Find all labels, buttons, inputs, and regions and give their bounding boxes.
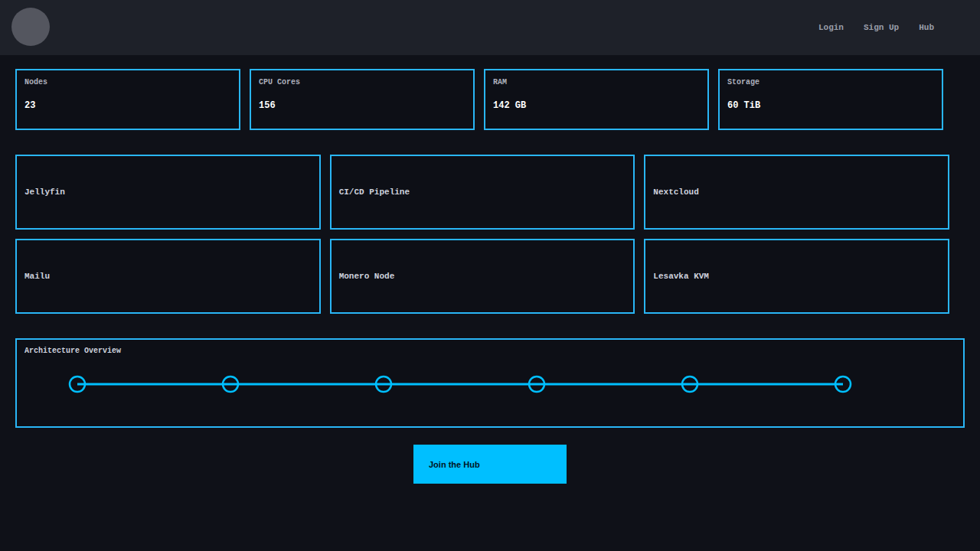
service-card-nextcloud[interactable]: Nextcloud	[644, 155, 949, 230]
service-card-monero-node[interactable]: Monero Node	[330, 239, 635, 314]
service-name: Mailu	[24, 272, 50, 281]
service-name: Jellyfin	[24, 187, 65, 197]
services-grid: Jellyfin CI/CD Pipeline Nextcloud Mailu …	[15, 155, 949, 314]
stat-label: CPU Cores	[259, 78, 466, 86]
stat-value: 156	[259, 100, 466, 111]
service-card-mailu[interactable]: Mailu	[15, 239, 321, 314]
avatar[interactable]	[11, 8, 50, 46]
main-nav: Login Sign Up Hub	[818, 0, 934, 55]
top-bar: Login Sign Up Hub	[0, 0, 980, 55]
stats-row: Nodes 23 CPU Cores 156 RAM 142 GB Storag…	[15, 69, 943, 130]
join-hub-label: Join the Hub	[429, 460, 480, 469]
architecture-overview-card: Architecture Overview	[15, 338, 965, 428]
nav-hub-link[interactable]: Hub	[919, 23, 934, 32]
nav-login-link[interactable]: Login	[818, 23, 844, 32]
stat-card-nodes: Nodes 23	[15, 69, 240, 130]
stat-label: Nodes	[24, 78, 231, 86]
service-card-lesavka-kvm[interactable]: Lesavka KVM	[644, 239, 949, 314]
service-card-jellyfin[interactable]: Jellyfin	[15, 155, 321, 230]
service-card-cicd-pipeline[interactable]: CI/CD Pipeline	[330, 155, 635, 230]
service-name: Lesavka KVM	[653, 272, 709, 281]
service-name: Monero Node	[339, 272, 395, 281]
stat-label: Storage	[727, 78, 934, 86]
architecture-diagram	[17, 340, 963, 426]
nav-signup-link[interactable]: Sign Up	[864, 23, 899, 32]
stat-card-storage: Storage 60 TiB	[718, 69, 943, 130]
service-name: Nextcloud	[653, 187, 698, 197]
stat-value: 60 TiB	[727, 100, 934, 111]
stat-card-cpu-cores: CPU Cores 156	[250, 69, 475, 130]
dashboard: Nodes 23 CPU Cores 156 RAM 142 GB Storag…	[0, 69, 980, 484]
join-hub-button[interactable]: Join the Hub	[413, 445, 567, 484]
stat-label: RAM	[493, 78, 700, 86]
stat-value: 23	[24, 100, 231, 111]
stat-card-ram: RAM 142 GB	[484, 69, 709, 130]
stat-value: 142 GB	[493, 100, 700, 111]
service-name: CI/CD Pipeline	[339, 187, 410, 197]
